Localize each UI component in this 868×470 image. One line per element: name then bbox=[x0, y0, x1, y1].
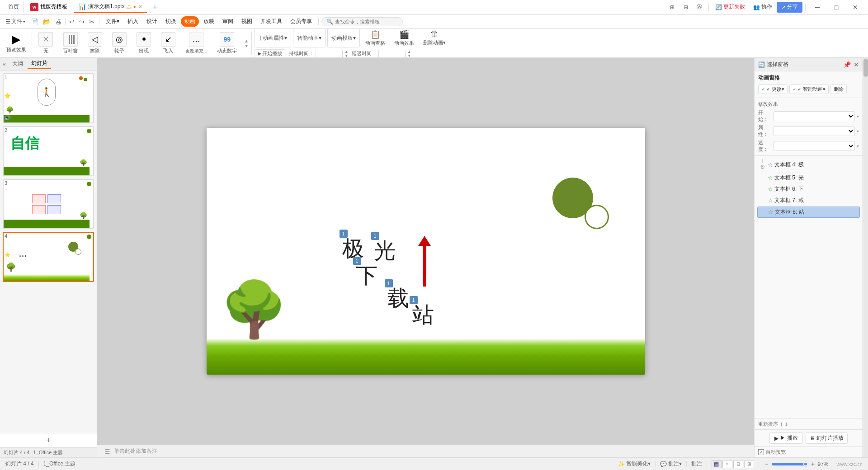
view-normal-btn[interactable]: ▤ bbox=[712, 460, 722, 468]
anim-template-btn[interactable]: 动画模板▾ bbox=[327, 28, 360, 47]
menu-start[interactable]: 文件▾ bbox=[102, 16, 123, 27]
dur-down[interactable]: ▼ bbox=[344, 54, 348, 58]
anim-more[interactable]: … 更改填充... bbox=[182, 32, 211, 55]
zoom-handle[interactable] bbox=[803, 462, 808, 466]
zoom-in-btn[interactable]: ＋ bbox=[810, 460, 816, 468]
toolbar-open[interactable]: 📂 bbox=[41, 17, 52, 26]
menu-member[interactable]: 会员专享 bbox=[287, 16, 316, 27]
dur-up[interactable]: ▲ bbox=[344, 50, 348, 54]
edit-change-btn[interactable]: ✓ ✓ 更改▾ bbox=[758, 85, 788, 94]
share-btn[interactable]: ↗ 分享 bbox=[777, 2, 802, 13]
text-item-xia[interactable]: 1 下 bbox=[356, 261, 377, 290]
update-fail-btn[interactable]: 🔄 更新失败 bbox=[712, 2, 749, 12]
speed-select[interactable] bbox=[774, 141, 855, 151]
zoom-out-btn[interactable]: － bbox=[764, 460, 770, 468]
menu-view[interactable]: 视图 bbox=[238, 16, 256, 27]
menu-transition[interactable]: 切换 bbox=[162, 16, 180, 27]
window-grid-btn[interactable]: ⊟ bbox=[679, 2, 692, 13]
hamburger-menu[interactable]: ☰ 文件 ▾ bbox=[3, 17, 28, 26]
view-grid-btn[interactable]: ⊞ bbox=[744, 460, 754, 468]
delay-down[interactable]: ▼ bbox=[407, 54, 411, 58]
delay-up[interactable]: ▲ bbox=[407, 50, 411, 54]
anim-appear[interactable]: ✦ 出现 bbox=[133, 31, 155, 55]
maximize-btn[interactable]: □ bbox=[827, 1, 845, 14]
panel-pin-icon[interactable]: 📌 bbox=[843, 61, 851, 68]
panel-close-icon[interactable]: ✕ bbox=[854, 61, 859, 68]
reorder-down-icon[interactable]: ↓ bbox=[785, 420, 788, 428]
slideshow-btn[interactable]: 🖥 幻灯片播放 bbox=[806, 432, 848, 444]
toolbar-undo[interactable]: ↩ bbox=[67, 17, 76, 26]
scrollbar-thumb[interactable] bbox=[863, 59, 868, 77]
outline-tab-btn[interactable]: 大纲 bbox=[9, 59, 27, 69]
right-scrollbar[interactable] bbox=[863, 58, 868, 457]
anim-erase[interactable]: ◁ 擦除 bbox=[84, 31, 106, 55]
smart-anim-btn[interactable]: 智能动画▾ bbox=[293, 28, 326, 47]
property-select[interactable] bbox=[774, 126, 855, 136]
slide-thumb-2[interactable]: 2 自信 🌳 bbox=[3, 126, 94, 176]
menu-review[interactable]: 审阅 bbox=[219, 16, 237, 27]
anim-spin[interactable]: ◎ 轮子 bbox=[108, 31, 130, 55]
smart-beautify-btn[interactable]: ✨ 智能美化▾ bbox=[618, 460, 651, 468]
reorder-up-icon[interactable]: ↑ bbox=[780, 420, 783, 428]
menu-slideshow[interactable]: 放映 bbox=[200, 16, 218, 27]
zoom-slider[interactable] bbox=[772, 463, 808, 465]
slide-thumb-1[interactable]: 1 ⭐ 🔊 🚶 🌳 bbox=[3, 73, 94, 123]
anim-none[interactable]: ✕ 无 bbox=[35, 31, 57, 55]
preview-btn[interactable]: ▶ 预览效果 bbox=[4, 32, 29, 54]
toolbar-redo[interactable]: ↪ bbox=[77, 17, 86, 26]
panel-collapse-btn[interactable]: « bbox=[3, 61, 6, 67]
template-tab[interactable]: W 找版壳模板 bbox=[26, 1, 72, 13]
anim-prop-btn[interactable]: T̲ 动画属性▾ bbox=[255, 28, 291, 47]
slide-thumb-4[interactable]: 4 ⭐ 🌳 bbox=[3, 232, 94, 282]
menu-animation[interactable]: 动画 bbox=[181, 16, 199, 27]
anim-dynamic-num[interactable]: 99 动态数字 bbox=[213, 31, 241, 55]
scroll-up-icon[interactable]: ▲ bbox=[244, 38, 249, 43]
comment-btn[interactable]: 💬 批注▾ bbox=[660, 460, 682, 468]
toolbar-scissors[interactable]: ✂ bbox=[87, 17, 96, 26]
view-slide-btn[interactable]: ⊟ bbox=[733, 460, 743, 468]
slides-tab-btn[interactable]: 幻灯片 bbox=[28, 59, 51, 69]
view-outline-btn[interactable]: ≡ bbox=[722, 460, 732, 468]
delay-input[interactable] bbox=[378, 50, 406, 58]
search-cmd-input[interactable]: 🔍 bbox=[321, 17, 403, 26]
collab-btn[interactable]: 👥 协作 bbox=[750, 2, 776, 12]
anim-gallery-btn[interactable]: 🎬 动画效果 bbox=[391, 28, 418, 47]
search-field[interactable] bbox=[335, 19, 398, 24]
remove-anim-btn[interactable]: 🗑 删除动画▾ bbox=[420, 28, 449, 47]
anim-flyin[interactable]: ↙ 飞入 bbox=[157, 31, 179, 55]
add-slide-btn[interactable]: + bbox=[0, 433, 97, 447]
anim-inspect-btn[interactable]: 📋 动画查格 bbox=[362, 28, 389, 47]
add-tab-btn[interactable]: + bbox=[149, 1, 161, 14]
close-tab-icon[interactable]: ✕ bbox=[138, 4, 142, 10]
smart-anim-panel-btn[interactable]: ✓ ✓ 智能动画▾ bbox=[789, 85, 829, 94]
auto-preview-checkbox[interactable]: ✓ bbox=[758, 449, 764, 455]
anim-item-3[interactable]: ☆ 文本框 6: 下 bbox=[757, 184, 860, 194]
notes-btn[interactable]: 批注 bbox=[691, 460, 702, 468]
menu-design[interactable]: 设计 bbox=[143, 16, 161, 27]
start-select[interactable] bbox=[774, 111, 855, 121]
text-item-zhan[interactable]: 1 站 bbox=[412, 301, 434, 329]
anim-item-4[interactable]: ☆ 文本框 7: 載 bbox=[757, 195, 860, 206]
delete-anim-panel-btn[interactable]: 删除 bbox=[830, 85, 847, 94]
anim-baiye[interactable]: 百叶窗 bbox=[59, 31, 81, 55]
play-btn[interactable]: ▶ ▶ 播放 bbox=[769, 432, 802, 444]
duration-input[interactable] bbox=[316, 50, 343, 58]
start-play-btn[interactable]: ▶ 开始播放 bbox=[255, 49, 285, 58]
slide-thumb-3[interactable]: 3 🌳 bbox=[3, 179, 94, 229]
anim-item-2[interactable]: ☆ 文本框 5: 光 bbox=[757, 173, 860, 183]
home-tab[interactable]: 首页 bbox=[4, 1, 24, 13]
anim-item-5[interactable]: ☆ 文本框 8: 站 bbox=[757, 207, 860, 218]
toolbar-save[interactable]: 📄 bbox=[29, 17, 40, 26]
close-btn[interactable]: ✕ bbox=[846, 1, 864, 14]
window-layout-btn[interactable]: ⊞ bbox=[666, 2, 679, 13]
menu-insert[interactable]: 插入 bbox=[124, 16, 142, 27]
canvas-scroll[interactable]: 1 极 1 光 1 下 1 载 bbox=[97, 58, 754, 445]
minimize-btn[interactable]: ─ bbox=[808, 1, 826, 14]
toolbar-print[interactable]: 🖨 bbox=[53, 17, 63, 26]
anim-item-1[interactable]: 1 份 ☆ 文本框 4: 极 bbox=[757, 158, 860, 172]
window-wps-btn[interactable]: Ⓦ bbox=[693, 2, 706, 13]
scroll-down-icon[interactable]: ▼ bbox=[244, 43, 249, 48]
file-tab[interactable]: 📊 演示文稿1.pptx ⚠ ● ✕ bbox=[74, 1, 147, 13]
text-item-zai[interactable]: 1 载 bbox=[387, 284, 409, 313]
menu-developer[interactable]: 开发工具 bbox=[257, 16, 286, 27]
